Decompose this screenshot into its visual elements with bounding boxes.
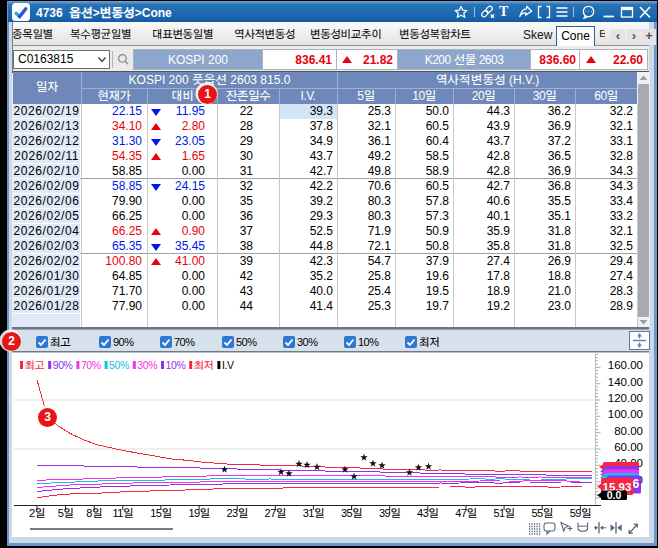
- svg-text:70%: 70%: [81, 361, 101, 371]
- svg-text:6: 6: [633, 478, 640, 490]
- svg-text:59일: 59일: [570, 508, 591, 519]
- svg-text:0.0: 0.0: [607, 491, 622, 501]
- svg-text:50%: 50%: [109, 361, 129, 371]
- svg-text:10%: 10%: [166, 361, 186, 371]
- svg-text:90%: 90%: [53, 361, 73, 371]
- svg-text:120.00: 120.00: [608, 393, 643, 404]
- svg-text:80.00: 80.00: [614, 426, 643, 437]
- svg-text:23일: 23일: [226, 508, 247, 519]
- svg-text:15일: 15일: [150, 508, 171, 519]
- svg-text:55일: 55일: [531, 508, 552, 519]
- svg-text:최저: 최저: [194, 360, 214, 371]
- svg-text:43일: 43일: [417, 508, 438, 519]
- svg-text:47일: 47일: [455, 508, 476, 519]
- svg-text:I.V: I.V: [222, 361, 234, 371]
- svg-text:140.00: 140.00: [608, 377, 643, 388]
- svg-text:35일: 35일: [341, 508, 362, 519]
- svg-text:19일: 19일: [188, 508, 209, 519]
- svg-text:30%: 30%: [137, 361, 157, 371]
- svg-text:39일: 39일: [379, 508, 400, 519]
- svg-text:최고: 최고: [25, 360, 45, 371]
- svg-text:2일: 2일: [29, 508, 45, 519]
- svg-text:5일: 5일: [58, 508, 74, 519]
- svg-text:51일: 51일: [493, 508, 514, 519]
- svg-text:8일: 8일: [86, 508, 102, 519]
- svg-text:100.00: 100.00: [608, 409, 643, 420]
- svg-text:60.00: 60.00: [614, 442, 643, 453]
- svg-text:11일: 11일: [112, 508, 133, 519]
- svg-text:31일: 31일: [303, 508, 324, 519]
- svg-text:27일: 27일: [265, 508, 286, 519]
- svg-text:160.00: 160.00: [608, 360, 643, 371]
